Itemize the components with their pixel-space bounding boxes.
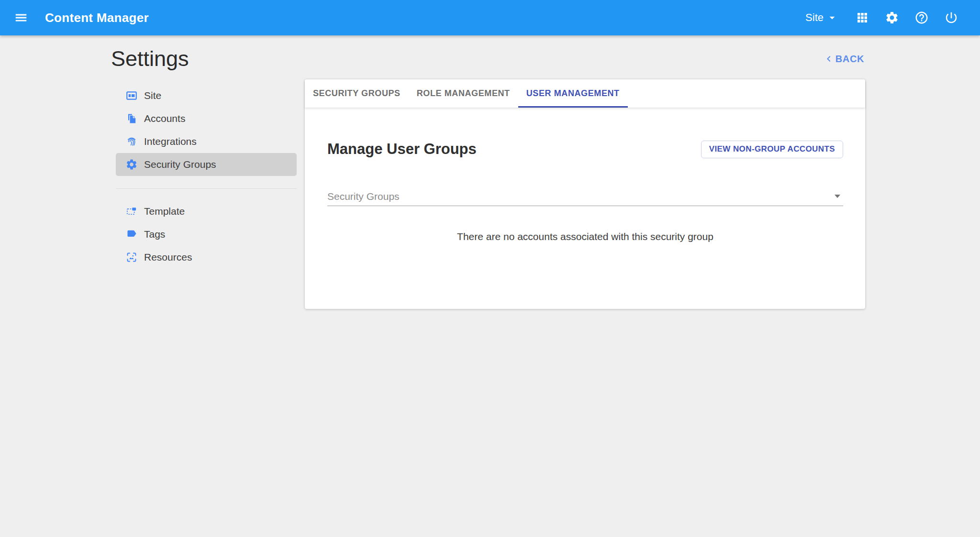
sidebar-item-accounts[interactable]: Accounts [116,107,297,130]
apps-grid-icon [855,11,869,25]
gear-icon [125,158,138,171]
section-heading: Manage User Groups [327,141,477,158]
menu-button[interactable] [12,9,30,26]
tab-security-groups[interactable]: SECURITY GROUPS [305,79,409,108]
help-icon [914,11,929,25]
sidebar-item-label: Resources [144,252,192,263]
menu-icon [14,11,28,25]
chevron-left-icon [823,53,835,65]
security-groups-select[interactable]: Security Groups [327,187,843,206]
sidebar-item-integrations[interactable]: Integrations [116,130,297,153]
sidebar-item-label: Security Groups [144,159,216,170]
sidebar-item-label: Template [144,206,185,217]
page-title: Settings [111,46,189,71]
tab-user-management[interactable]: USER MANAGEMENT [518,79,628,108]
template-icon [125,205,138,218]
sidebar-item-site[interactable]: Site [116,84,297,107]
apps-button[interactable] [854,9,871,26]
view-non-group-accounts-button[interactable]: VIEW NON-GROUP ACCOUNTS [701,141,843,158]
tab-bar: SECURITY GROUPS ROLE MANAGEMENT USER MAN… [305,79,865,108]
settings-sidebar: Site Accounts Integrations Security Grou… [116,84,297,269]
site-icon [125,89,138,102]
sidebar-item-template[interactable]: Template [116,200,297,223]
site-menu-label: Site [805,11,824,24]
site-menu-button[interactable]: Site [805,11,838,24]
main-content: Site Accounts Integrations Security Grou… [116,79,980,309]
page-header: Settings BACK [111,46,864,72]
sidebar-item-label: Accounts [144,113,185,124]
app-bar-actions: Site [805,9,980,26]
back-link-label: BACK [835,54,864,65]
caret-down-icon [826,11,838,24]
sidebar-item-security-groups[interactable]: Security Groups [116,153,297,176]
settings-button[interactable] [883,9,901,26]
sidebar-item-label: Integrations [144,136,197,147]
fingerprint-icon [125,135,138,148]
power-button[interactable] [943,9,960,26]
select-label: Security Groups [327,191,400,202]
settings-card: SECURITY GROUPS ROLE MANAGEMENT USER MAN… [305,79,865,309]
image-icon [125,251,138,263]
gear-icon [885,11,899,25]
app-bar: Content Manager Site [0,0,980,35]
tag-icon [125,228,138,241]
sidebar-item-tags[interactable]: Tags [116,223,297,246]
tab-role-management[interactable]: ROLE MANAGEMENT [409,79,518,108]
help-button[interactable] [913,9,930,26]
sidebar-item-resources[interactable]: Resources [116,246,297,269]
copy-pages-icon [125,112,138,125]
sidebar-divider [116,188,297,189]
app-title: Content Manager [45,11,149,25]
empty-message: There are no accounts associated with th… [327,231,843,242]
sidebar-item-label: Tags [144,229,165,240]
dropdown-arrow-icon [835,195,840,198]
power-icon [944,11,958,25]
tab-panel-user-management: Manage User Groups VIEW NON-GROUP ACCOUN… [305,139,865,242]
back-link[interactable]: BACK [823,53,864,65]
sidebar-item-label: Site [144,90,161,101]
